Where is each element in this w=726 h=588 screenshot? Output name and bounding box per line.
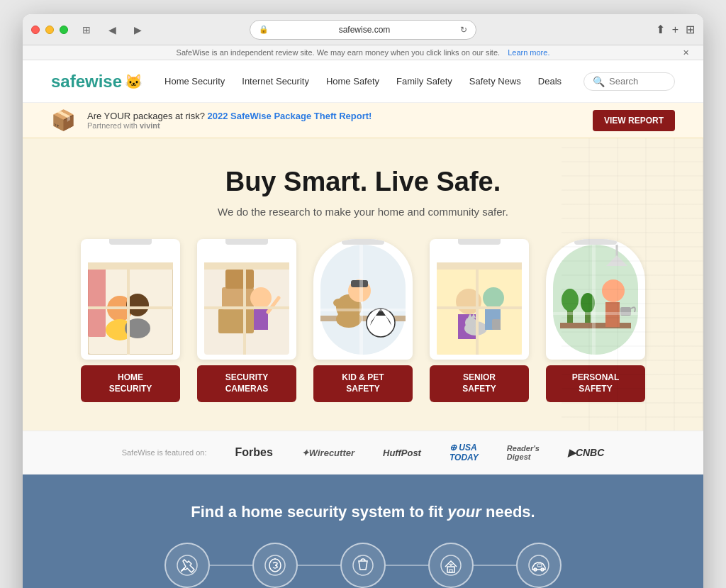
category-btn-personal-safety[interactable]: PERSONALSAFETY [546, 365, 645, 402]
svg-rect-31 [437, 266, 522, 355]
svg-point-35 [465, 317, 476, 328]
back-button[interactable]: ◀ [102, 23, 122, 37]
minimize-button[interactable] [45, 26, 54, 34]
svg-rect-19 [204, 306, 289, 309]
svg-point-23 [336, 311, 362, 328]
banner-cta-button[interactable]: VIEW REPORT [593, 110, 675, 131]
refresh-icon[interactable]: ↻ [460, 25, 467, 35]
site-logo[interactable]: safewise 🐱 [51, 72, 143, 91]
search-icon: 🔍 [593, 76, 605, 87]
svg-rect-43 [437, 306, 522, 309]
svg-rect-17 [204, 262, 289, 270]
svg-rect-8 [127, 266, 130, 355]
svg-rect-28 [359, 245, 363, 355]
nav-deals[interactable]: Deals [538, 76, 562, 87]
svg-rect-41 [437, 262, 522, 270]
window-illustration-security-cameras [197, 239, 296, 360]
info-bar-close-button[interactable]: ✕ [683, 48, 689, 57]
lock-icon: 🔒 [259, 25, 269, 34]
blue-section-title: Find a home security system to fit your … [51, 503, 675, 521]
svg-rect-7 [88, 262, 173, 270]
svg-point-24 [333, 299, 345, 307]
banner-report-link[interactable]: 2022 SafeWise Package Theft Report! [208, 111, 372, 121]
hero-section: Buy Smart. Live Safe. We do the research… [23, 138, 703, 431]
step-vehicle[interactable] [516, 543, 562, 588]
nav-controls: ⊞ ◀ ▶ [77, 23, 147, 37]
blue-title-suffix: needs. [486, 503, 535, 521]
category-btn-senior-safety[interactable]: SENIORSAFETY [430, 365, 529, 402]
press-label: SafeWise is featured on: [122, 448, 207, 457]
nav-family-safety[interactable]: Family Safety [396, 76, 452, 87]
new-tab-icon[interactable]: + [672, 23, 678, 36]
title-bar-actions: ⬆ + ⊞ [656, 23, 695, 36]
category-windows: HOMESECURITY [51, 239, 675, 402]
window-card-kid-pet-safety: KID & PETSAFETY [311, 239, 415, 402]
step-budget[interactable] [252, 543, 298, 588]
window-card-senior-safety: SENIORSAFETY [427, 239, 532, 402]
step-tools[interactable] [164, 543, 210, 588]
svg-rect-2 [88, 266, 106, 337]
step-home[interactable] [428, 543, 474, 588]
nav-safety-news[interactable]: Safety News [469, 76, 521, 87]
press-usatoday: ⊕ USATODAY [449, 443, 479, 462]
traffic-lights [31, 26, 68, 34]
svg-point-66 [450, 565, 452, 566]
svg-rect-13 [225, 270, 254, 289]
window-illustration-kid-pet-safety [313, 239, 413, 360]
svg-point-62 [353, 555, 373, 575]
svg-rect-9 [88, 306, 173, 309]
grid-icon[interactable]: ⊞ [686, 23, 695, 36]
nav-home-safety[interactable]: Home Safety [326, 76, 379, 87]
close-button[interactable] [31, 26, 40, 34]
press-wirecutter: ✦Wirecutter [301, 448, 354, 458]
window-illustration-senior-safety [430, 239, 529, 360]
nav-home-security[interactable]: Home Security [164, 76, 225, 87]
step-line-2 [298, 565, 340, 566]
info-bar-link[interactable]: Learn more. [508, 48, 549, 57]
category-btn-security-cameras[interactable]: SECURITYCAMERAS [197, 365, 296, 402]
window-card-security-cameras: SECURITYCAMERAS [194, 239, 299, 402]
step-shopping[interactable] [340, 543, 386, 588]
search-input[interactable] [609, 76, 666, 87]
svg-rect-42 [476, 266, 479, 355]
svg-rect-29 [320, 309, 406, 311]
step-line-4 [474, 565, 516, 566]
title-bar: ⊞ ◀ ▶ 🔒 safewise.com ↻ ⬆ + ⊞ [23, 14, 703, 45]
address-bar[interactable]: 🔒 safewise.com ↻ [250, 20, 476, 40]
share-icon[interactable]: ⬆ [656, 23, 665, 36]
sidebar-toggle[interactable]: ⊞ [77, 23, 96, 37]
svg-rect-11 [218, 309, 254, 333]
svg-point-57 [177, 555, 197, 575]
search-box[interactable]: 🔍 [583, 72, 675, 91]
press-cnbc: ▶CNBC [568, 447, 604, 458]
maximize-button[interactable] [60, 26, 68, 34]
svg-point-38 [483, 287, 504, 309]
forward-button[interactable]: ▶ [128, 23, 147, 37]
logo-text: safewise [51, 72, 122, 91]
hero-title: Buy Smart. Live Safe. [51, 167, 675, 197]
info-bar-text: SafeWise is an independent review site. … [177, 48, 501, 57]
blue-cta-section: Find a home security system to fit your … [23, 475, 703, 588]
browser-window: ⊞ ◀ ▶ 🔒 safewise.com ↻ ⬆ + ⊞ SafeWise is… [23, 14, 703, 588]
main-nav: safewise 🐱 Home Security Internet Securi… [23, 60, 703, 103]
step-line-3 [386, 565, 428, 566]
category-btn-kid-pet-safety[interactable]: KID & PETSAFETY [313, 365, 413, 402]
category-btn-home-security[interactable]: HOMESECURITY [81, 365, 180, 402]
window-illustration-home-security [81, 239, 180, 360]
nav-internet-security[interactable]: Internet Security [242, 76, 309, 87]
window-illustration-personal-safety [546, 239, 645, 360]
step-line-1 [210, 565, 252, 566]
window-card-personal-safety: PERSONALSAFETY [543, 239, 648, 402]
svg-point-14 [250, 287, 272, 309]
window-card-home-security: HOMESECURITY [78, 239, 183, 402]
svg-rect-18 [243, 266, 246, 355]
press-bar: SafeWise is featured on: Forbes ✦Wirecut… [23, 431, 703, 475]
nav-links: Home Security Internet Security Home Saf… [164, 76, 562, 87]
promo-banner: 📦 Are YOUR packages at risk? 2022 SafeWi… [23, 103, 703, 138]
svg-point-67 [529, 555, 549, 575]
svg-point-50 [602, 279, 625, 302]
press-huffpost: HuffPost [383, 448, 421, 458]
svg-rect-70 [537, 564, 542, 567]
logo-icon: 🐱 [125, 73, 143, 90]
svg-rect-15 [254, 309, 268, 330]
